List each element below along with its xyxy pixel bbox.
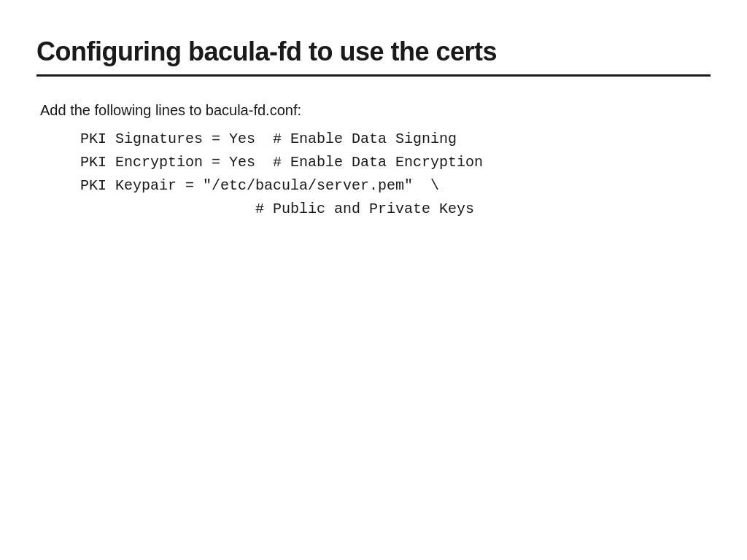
code-line-4: # Public and Private Keys [80,198,711,221]
slide-title: Configuring bacula-fd to use the certs [36,36,711,67]
title-section: Configuring bacula-fd to use the certs [36,36,711,77]
code-line-2: PKI Encryption = Yes # Enable Data Encry… [80,151,711,174]
code-line-1: PKI Signatures = Yes # Enable Data Signi… [80,128,711,151]
code-block: PKI Signatures = Yes # Enable Data Signi… [80,128,711,221]
intro-paragraph: Add the following lines to bacula-fd.con… [40,102,711,119]
code-line-3: PKI Keypair = "/etc/bacula/server.pem" \ [80,174,711,198]
slide-container: Configuring bacula-fd to use the certs A… [36,36,711,553]
